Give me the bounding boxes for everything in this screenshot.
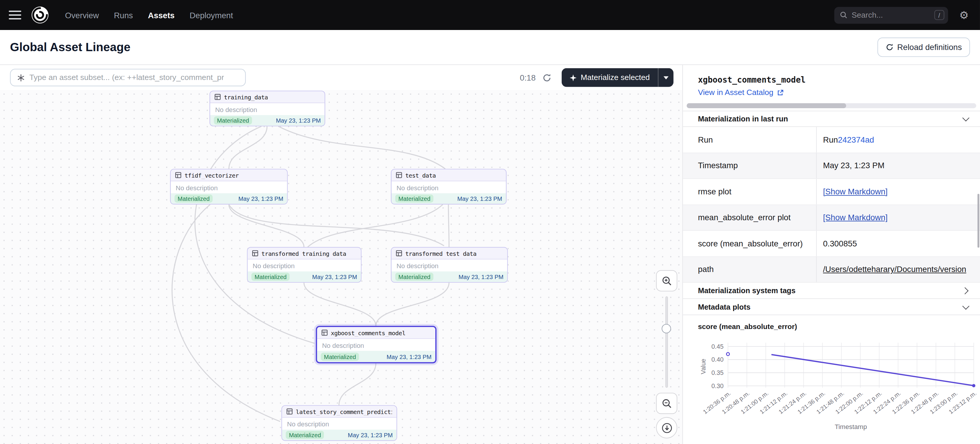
asset-node-header: transformed_training_data — [248, 248, 361, 259]
panel-horizontal-scrollbar[interactable] — [687, 103, 976, 108]
graph-toolbar: Type an asset subset... (ex: ++latest_st… — [0, 65, 682, 90]
asset-filter-input[interactable]: Type an asset subset... (ex: ++latest_st… — [10, 69, 246, 86]
chart-line — [771, 355, 974, 386]
asset-node-header: tfidf_vectorizer — [171, 169, 287, 181]
lineage-edge — [229, 204, 304, 247]
asset-node-header: training_data — [210, 91, 325, 103]
app-window: OverviewRunsAssetsDeployment Search... /… — [0, 0, 980, 444]
refresh-icon[interactable] — [542, 73, 551, 82]
y-axis-label: Value — [700, 359, 707, 374]
top-navbar: OverviewRunsAssetsDeployment Search... /… — [0, 0, 980, 30]
nav-item-overview[interactable]: Overview — [65, 10, 99, 20]
asset-description: No description — [171, 181, 287, 193]
chevron-down-icon — [963, 115, 969, 121]
zoom-slider-track — [665, 296, 668, 388]
reload-definitions-label: Reload definitions — [897, 43, 962, 52]
refresh-icon — [885, 43, 894, 51]
materialized-badge: Materialized — [395, 272, 434, 281]
y-tick-label: 0.30 — [711, 382, 723, 390]
section-metadata-plots[interactable]: Metadata plots — [683, 299, 980, 315]
search-input[interactable]: Search... / — [834, 6, 948, 23]
asset-name: test_data — [405, 172, 436, 178]
lineage-edge — [376, 283, 449, 326]
asset-description: No description — [282, 418, 396, 430]
materialized-badge: Materialized — [251, 272, 290, 281]
metadata-label: mean_absolute_error plot — [683, 205, 816, 230]
metadata-label: rmse plot — [683, 179, 816, 204]
materialize-button-group: Materialize selected — [562, 68, 674, 87]
zoom-slider[interactable] — [656, 296, 677, 388]
lineage-edge — [308, 204, 443, 247]
y-tick-label: 0.45 — [711, 343, 723, 350]
asset-status-row: MaterializedMay 23, 1:23 PM — [210, 115, 325, 126]
topnav-items: OverviewRunsAssetsDeployment — [65, 10, 233, 20]
metadata-link[interactable]: [Show Markdown] — [823, 213, 888, 222]
table-icon — [215, 94, 221, 100]
asset-node-xgboost_comments_model[interactable]: xgboost_comments_modelNo descriptionMate… — [316, 326, 436, 363]
materialized-timestamp: May 23, 1:23 PM — [239, 195, 283, 202]
section-materialization-system-tags[interactable]: Materialization system tags — [683, 283, 980, 299]
zoom-in-button[interactable] — [656, 270, 677, 291]
metadata-text: Run — [823, 135, 838, 144]
asset-node-training_data[interactable]: training_dataNo descriptionMaterializedM… — [210, 91, 325, 126]
settings-gear-icon[interactable]: ⚙ — [959, 10, 969, 20]
chevron-down-icon — [663, 76, 668, 79]
view-in-asset-catalog-label: View in Asset Catalog — [698, 88, 773, 97]
y-tick-label: 0.35 — [711, 369, 723, 376]
asset-node-test_data[interactable]: test_dataNo descriptionMaterializedMay 2… — [391, 169, 507, 204]
y-tick-label: 0.40 — [711, 356, 723, 363]
scrollbar-thumb[interactable] — [687, 103, 846, 108]
materialized-timestamp: May 23, 1:23 PM — [387, 353, 431, 360]
materialized-badge: Materialized — [321, 352, 359, 361]
reload-definitions-button[interactable]: Reload definitions — [877, 38, 970, 57]
graph-zoom-controls — [656, 270, 677, 438]
download-icon — [661, 422, 673, 434]
nav-item-assets[interactable]: Assets — [148, 10, 175, 20]
zoom-out-button[interactable] — [656, 393, 677, 414]
metadata-label: Run — [683, 127, 816, 152]
metadata-value: May 23, 1:23 PM — [817, 153, 980, 178]
asset-description: No description — [317, 339, 435, 351]
section-materialization-last-run[interactable]: Materialization in last run — [683, 111, 980, 127]
asset-node-transformed_test_data[interactable]: transformed_test_dataNo descriptionMater… — [391, 247, 508, 283]
lineage-graph-pane: Type an asset subset... (ex: ++latest_st… — [0, 65, 682, 444]
chevron-down-icon — [963, 302, 969, 309]
asset-status-row: MaterializedMay 23, 1:23 PM — [391, 193, 506, 204]
metadata-link[interactable]: /Users/odetteharary/Documents/version — [823, 265, 966, 274]
materialize-selected-button[interactable]: Materialize selected — [562, 68, 658, 87]
nav-item-runs[interactable]: Runs — [114, 10, 133, 20]
zoom-slider-handle[interactable] — [662, 324, 671, 333]
asset-status-row: MaterializedMay 23, 1:23 PM — [248, 271, 361, 282]
materialized-timestamp: May 23, 1:23 PM — [276, 117, 321, 124]
nav-item-deployment[interactable]: Deployment — [189, 10, 233, 20]
page-title: Global Asset Lineage — [10, 40, 130, 54]
asset-node-tfidf_vectorizer[interactable]: tfidf_vectorizerNo descriptionMaterializ… — [170, 169, 288, 204]
asset-detail-title: xgboost_comments_model — [698, 75, 965, 84]
download-view-button[interactable] — [656, 417, 677, 438]
materialized-timestamp: May 23, 1:23 PM — [458, 273, 504, 280]
dagster-logo-icon — [30, 5, 50, 25]
metadata-value: 0.300855 — [817, 231, 980, 256]
metadata-label: score (mean_absolute_error) — [683, 231, 816, 256]
search-icon — [839, 11, 848, 19]
refresh-countdown: 0:18 — [520, 73, 536, 82]
materialize-spark-icon — [570, 74, 576, 81]
asset-status-row: MaterializedMay 23, 1:23 PM — [282, 430, 396, 440]
asset-node-header: latest_story_comment_predictions — [282, 406, 396, 417]
asset-description: No description — [210, 103, 325, 115]
dagster-logo[interactable] — [30, 5, 50, 25]
menu-icon[interactable] — [9, 11, 21, 19]
plot-title: score (mean_absolute_error) — [698, 323, 980, 330]
asset-node-transformed_training_data[interactable]: transformed_training_dataNo descriptionM… — [247, 247, 361, 283]
metadata-row: path/Users/odetteharary/Documents/versio… — [683, 257, 980, 283]
asset-node-latest_story_comment_predictions[interactable]: latest_story_comment_predictionsNo descr… — [281, 405, 397, 441]
metadata-link[interactable]: [Show Markdown] — [823, 187, 888, 196]
metadata-value: [Show Markdown] — [817, 179, 980, 204]
metadata-link[interactable]: 242374ad — [838, 135, 874, 144]
asset-description: No description — [391, 181, 506, 193]
view-in-asset-catalog-link[interactable]: View in Asset Catalog — [698, 88, 783, 97]
materialize-dropdown-button[interactable] — [658, 68, 673, 87]
lineage-canvas[interactable]: training_dataNo descriptionMaterializedM… — [0, 90, 682, 444]
panel-vertical-scrollbar[interactable] — [977, 194, 979, 248]
zoom-out-icon — [661, 398, 673, 409]
